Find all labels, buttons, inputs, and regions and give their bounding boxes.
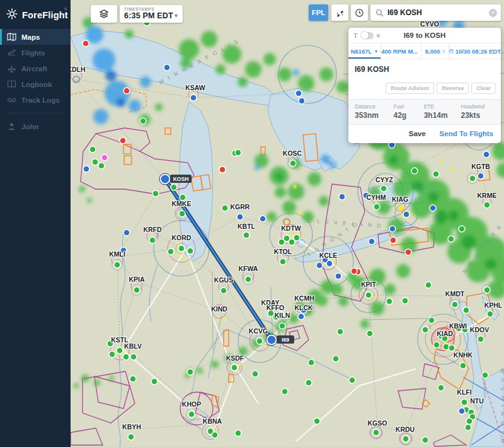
- airport-marker[interactable]: [449, 345, 455, 351]
- airport-marker[interactable]: [402, 298, 408, 304]
- airport-marker[interactable]: [101, 154, 108, 161]
- airport-marker[interactable]: [220, 287, 227, 294]
- airport-marker[interactable]: [149, 237, 156, 243]
- panel-toggle[interactable]: [361, 32, 374, 39]
- airport-marker[interactable]: [243, 232, 249, 238]
- send-to-flights-button[interactable]: Send To Flights: [440, 130, 493, 137]
- airport-marker[interactable]: [483, 151, 490, 158]
- save-button[interactable]: Save: [409, 130, 426, 137]
- airport-marker[interactable]: [252, 371, 258, 377]
- clear-button[interactable]: Clear: [471, 83, 496, 94]
- sidebar-collapse-icon[interactable]: «: [64, 5, 67, 12]
- airport-marker[interactable]: [109, 351, 115, 357]
- airport-marker[interactable]: [123, 88, 130, 94]
- airport-marker[interactable]: [448, 236, 454, 242]
- airport-marker[interactable]: [351, 268, 357, 274]
- airport-marker[interactable]: [326, 260, 333, 267]
- airport-marker[interactable]: [299, 98, 305, 104]
- airport-marker[interactable]: [314, 418, 320, 424]
- airport-marker[interactable]: [390, 237, 396, 243]
- airport-marker[interactable]: [120, 137, 126, 144]
- altitude-field[interactable]: 8,000ft: [421, 44, 449, 59]
- airport-marker[interactable]: [306, 380, 312, 386]
- airport-marker[interactable]: [389, 226, 396, 232]
- airport-marker[interactable]: [168, 248, 174, 255]
- airport-marker[interactable]: [83, 40, 89, 47]
- text-size-icon[interactable]: T: [353, 32, 358, 39]
- airport-marker[interactable]: [280, 258, 286, 265]
- layers-button[interactable]: [91, 5, 117, 23]
- airport-marker[interactable]: [222, 205, 228, 211]
- airport-marker[interactable]: [128, 434, 134, 440]
- airport-marker[interactable]: [83, 166, 89, 172]
- airport-marker[interactable]: [89, 146, 96, 153]
- airport-marker[interactable]: [482, 372, 488, 378]
- airport-marker[interactable]: [478, 173, 484, 179]
- airport-marker[interactable]: [164, 64, 170, 71]
- airport-marker[interactable]: [433, 342, 440, 348]
- airport-marker[interactable]: [298, 313, 304, 320]
- airport-marker[interactable]: [294, 235, 300, 241]
- airport-marker[interactable]: [405, 249, 411, 255]
- airport-marker[interactable]: [130, 376, 136, 382]
- airport-marker[interactable]: [386, 298, 392, 305]
- airport-marker[interactable]: [422, 327, 428, 333]
- airport-marker[interactable]: [123, 229, 130, 236]
- airport-marker[interactable]: [484, 202, 490, 208]
- sidebar-item-aircraft[interactable]: Aircraft: [0, 61, 71, 76]
- airport-marker[interactable]: [235, 430, 241, 436]
- airport-marker[interactable]: [187, 369, 193, 375]
- airport-marker[interactable]: [92, 159, 98, 165]
- airport-marker[interactable]: [235, 149, 241, 156]
- route-text[interactable]: I69 KOSH: [348, 59, 501, 75]
- airport-marker[interactable]: [260, 216, 266, 222]
- airport-marker[interactable]: [459, 226, 465, 232]
- airport-marker[interactable]: [117, 347, 123, 354]
- airport-marker[interactable]: [278, 239, 285, 245]
- fpl-button[interactable]: FPL: [309, 4, 328, 21]
- search-input[interactable]: I69 KOSH: [387, 8, 485, 17]
- airport-marker[interactable]: [237, 214, 243, 220]
- airport-marker[interactable]: [337, 328, 343, 335]
- airport-marker[interactable]: [465, 424, 471, 431]
- airport-marker[interactable]: [438, 385, 444, 391]
- airport-marker[interactable]: [430, 205, 436, 211]
- airport-marker[interactable]: [369, 238, 375, 245]
- airport-marker[interactable]: [282, 388, 288, 395]
- airport-marker[interactable]: [422, 437, 428, 443]
- aircraft-field[interactable]: N6167L▼: [348, 44, 381, 59]
- airport-marker[interactable]: [374, 204, 380, 210]
- airport-marker[interactable]: [98, 163, 105, 169]
- reverse-button[interactable]: Reverse: [437, 83, 469, 94]
- sidebar-item-user[interactable]: John: [0, 119, 71, 134]
- airport-marker[interactable]: [187, 248, 193, 254]
- airport-marker[interactable]: [279, 323, 285, 329]
- airport-marker[interactable]: [339, 194, 345, 200]
- airport-marker[interactable]: [460, 363, 466, 369]
- airport-marker[interactable]: [433, 171, 439, 177]
- sidebar-item-flights[interactable]: Flights: [0, 45, 71, 61]
- airport-marker[interactable]: [425, 282, 432, 288]
- airport-marker[interactable]: [487, 311, 493, 317]
- airport-marker[interactable]: [428, 317, 435, 323]
- airport-marker[interactable]: [219, 166, 226, 173]
- airport-marker[interactable]: [466, 418, 472, 424]
- airport-marker[interactable]: [171, 184, 177, 190]
- airport-marker[interactable]: [335, 273, 341, 279]
- airport-marker[interactable]: [459, 408, 465, 414]
- airport-marker[interactable]: [349, 377, 355, 383]
- airport-marker[interactable]: [478, 336, 484, 342]
- sidebar-item-maps[interactable]: Maps: [0, 29, 71, 45]
- airport-marker[interactable]: [295, 90, 302, 96]
- airport-marker[interactable]: [411, 168, 418, 174]
- airport-marker[interactable]: [123, 354, 129, 360]
- sidebar-item-track-logs[interactable]: Track Logs: [0, 92, 71, 108]
- airport-marker[interactable]: [308, 359, 314, 366]
- airport-marker[interactable]: [403, 211, 410, 218]
- airport-marker[interactable]: [463, 307, 469, 313]
- route-tool-button[interactable]: [331, 4, 348, 21]
- airport-marker[interactable]: [212, 432, 218, 438]
- airport-marker[interactable]: [140, 118, 146, 124]
- timestamps-control[interactable]: TIMESTAMPS 6:35 PM EDT ▼: [120, 5, 183, 23]
- route-advisor-button[interactable]: Route Advisor: [386, 83, 434, 94]
